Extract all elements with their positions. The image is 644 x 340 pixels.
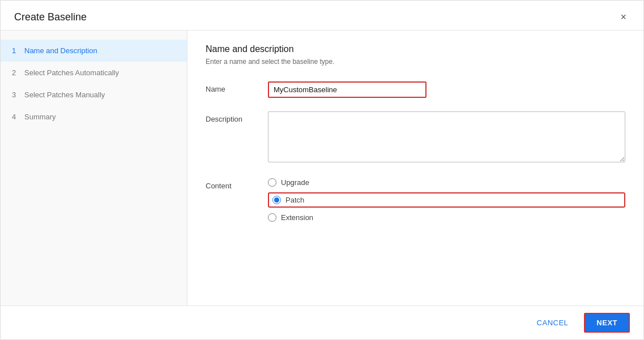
dialog-header: Create Baseline × bbox=[1, 1, 643, 31]
description-control bbox=[268, 111, 625, 165]
option-extension[interactable]: Extension bbox=[268, 213, 625, 222]
next-button[interactable]: NEXT bbox=[584, 313, 630, 333]
cancel-button[interactable]: CANCEL bbox=[528, 314, 578, 332]
option-upgrade[interactable]: Upgrade bbox=[268, 178, 625, 187]
section-subtitle: Enter a name and select the baseline typ… bbox=[206, 58, 625, 66]
step-3-number: 3 bbox=[12, 91, 20, 99]
content-control: Upgrade Patch Extension bbox=[268, 178, 625, 222]
option-patch-label: Patch bbox=[285, 196, 304, 204]
close-button[interactable]: × bbox=[617, 10, 630, 24]
section-title: Name and description bbox=[206, 44, 625, 54]
name-label: Name bbox=[206, 81, 268, 93]
content-label: Content bbox=[206, 178, 268, 190]
step-3-label: Select Patches Manually bbox=[24, 91, 105, 99]
option-extension-label: Extension bbox=[281, 213, 313, 222]
radio-extension[interactable] bbox=[268, 213, 276, 222]
content-row: Content Upgrade Patch bbox=[206, 178, 625, 222]
description-row: Description bbox=[206, 111, 625, 165]
description-label: Description bbox=[206, 111, 268, 123]
name-row: Name bbox=[206, 81, 625, 98]
sidebar-item-summary[interactable]: 4 Summary bbox=[1, 106, 187, 128]
sidebar: 1 Name and Description 2 Select Patches … bbox=[1, 31, 187, 305]
step-2-label: Select Patches Automatically bbox=[24, 68, 119, 77]
step-1-number: 1 bbox=[12, 46, 20, 55]
radio-patch[interactable] bbox=[272, 196, 281, 204]
step-4-label: Summary bbox=[24, 113, 56, 121]
sidebar-item-select-patches-auto[interactable]: 2 Select Patches Automatically bbox=[1, 62, 187, 84]
radio-upgrade[interactable] bbox=[268, 178, 276, 187]
option-patch[interactable]: Patch bbox=[272, 196, 304, 204]
description-textarea[interactable] bbox=[268, 111, 625, 162]
sidebar-item-name-description[interactable]: 1 Name and Description bbox=[1, 40, 187, 62]
sidebar-item-select-patches-manual[interactable]: 3 Select Patches Manually bbox=[1, 84, 187, 106]
dialog-title: Create Baseline bbox=[14, 11, 87, 23]
option-patch-box: Patch bbox=[268, 192, 625, 208]
content-radio-group: Upgrade Patch Extension bbox=[268, 178, 625, 222]
dialog-body: 1 Name and Description 2 Select Patches … bbox=[1, 31, 643, 305]
step-1-label: Name and Description bbox=[24, 46, 97, 55]
main-content: Name and description Enter a name and se… bbox=[187, 31, 643, 305]
option-upgrade-label: Upgrade bbox=[281, 178, 309, 187]
name-input[interactable] bbox=[268, 81, 427, 98]
create-baseline-dialog: Create Baseline × 1 Name and Description… bbox=[0, 0, 644, 340]
step-2-number: 2 bbox=[12, 68, 20, 77]
dialog-footer: CANCEL NEXT bbox=[1, 305, 643, 339]
step-4-number: 4 bbox=[12, 113, 20, 121]
name-control bbox=[268, 81, 625, 98]
